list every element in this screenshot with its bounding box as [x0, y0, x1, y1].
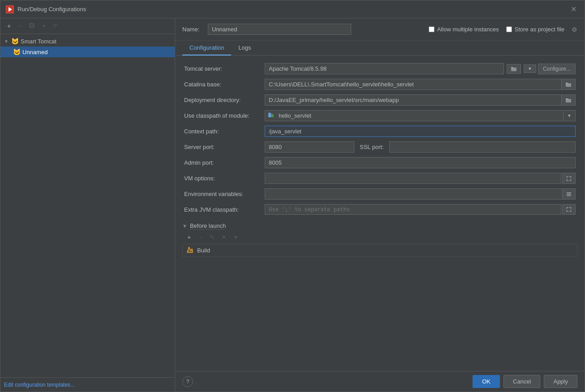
tomcat-server-label: Tomcat server: — [182, 61, 263, 77]
configure-button[interactable]: Configure... — [538, 64, 576, 74]
sidebar-item-smart-tomcat[interactable]: ▼ 🐱 Smart Tomcat — [0, 36, 175, 47]
run-debug-dialog: Run/Debug Configurations ✕ + − — [0, 0, 585, 392]
name-label: Name: — [182, 26, 202, 33]
env-vars-edit-button[interactable] — [563, 188, 576, 200]
before-launch-edit-button[interactable]: ✎ — [207, 232, 217, 242]
port-fields: SSL port: — [265, 141, 576, 153]
ok-button[interactable]: OK — [473, 375, 500, 388]
cancel-button[interactable]: Cancel — [503, 375, 540, 388]
env-vars-input[interactable] — [265, 188, 563, 200]
form-table: Tomcat server: — [182, 61, 577, 217]
server-port-label: Server port: — [182, 139, 263, 155]
title-bar: Run/Debug Configurations ✕ — [0, 0, 585, 18]
unnamed-config-icon: 🐱 — [13, 48, 21, 55]
copy-config-button[interactable] — [27, 21, 37, 31]
edit-templates-link[interactable]: Edit configuration templates... — [4, 382, 75, 388]
footer-left: ? — [182, 376, 193, 387]
extra-jvm-label: Extra JVM classpath: — [182, 202, 263, 217]
sidebar-tree: ▼ 🐱 Smart Tomcat 🐱 Unnamed — [0, 34, 175, 377]
context-path-label: Context path: — [182, 124, 263, 139]
gear-icon[interactable]: ⚙ — [572, 26, 577, 33]
config-panel: Tomcat server: — [175, 55, 585, 371]
tomcat-server-input[interactable] — [265, 63, 504, 74]
build-item: Build — [182, 244, 577, 257]
allow-multiple-label[interactable]: Allow multiple instances — [429, 26, 499, 33]
before-launch-up-button[interactable] — [219, 232, 229, 242]
catalina-base-label: Catalina base: — [182, 77, 263, 92]
sidebar-group-label: Smart Tomcat — [21, 38, 56, 45]
svg-rect-18 — [567, 194, 571, 195]
before-launch-collapse-arrow[interactable]: ▼ — [182, 223, 187, 229]
sidebar-child-label: Unnamed — [22, 49, 47, 55]
name-input[interactable] — [208, 24, 351, 35]
svg-rect-9 — [511, 68, 516, 71]
tomcat-server-row: Tomcat server: — [182, 61, 577, 77]
smart-tomcat-icon: 🐱 — [11, 38, 19, 45]
move-config-button[interactable] — [39, 21, 49, 31]
tomcat-folder-button[interactable] — [507, 64, 521, 74]
env-vars-row: Environment variables: — [182, 186, 577, 202]
remove-config-button[interactable]: − — [16, 21, 26, 31]
tab-logs[interactable]: Logs — [231, 41, 258, 55]
vm-options-row: VM options: — [182, 170, 577, 186]
classpath-dropdown-caret[interactable]: ▼ — [563, 111, 575, 120]
deployment-dir-field — [265, 94, 576, 106]
classpath-module-select[interactable]: hello_servlet ▼ — [265, 110, 576, 121]
before-launch-section: ▼ Before launch + − ✎ — [182, 222, 577, 257]
apply-button[interactable]: Apply — [544, 375, 577, 388]
svg-rect-3 — [30, 23, 33, 27]
name-row: Name: Allow multiple instances Store as … — [175, 18, 585, 41]
extra-jvm-field — [265, 204, 576, 215]
title-bar-left: Run/Debug Configurations — [6, 5, 86, 13]
tomcat-server-field: ▼ Configure... — [265, 63, 576, 74]
catalina-base-input[interactable] — [265, 79, 562, 90]
vm-options-expand-button[interactable] — [562, 173, 576, 184]
store-as-project-checkbox[interactable] — [506, 26, 512, 32]
before-launch-title[interactable]: Before launch — [190, 222, 226, 230]
deployment-dir-label: Deployment directory: — [182, 92, 263, 108]
main-content: + − — [0, 18, 585, 392]
admin-port-label: Admin port: — [182, 155, 263, 170]
env-vars-field — [265, 188, 576, 200]
extra-jvm-input[interactable] — [265, 204, 561, 215]
close-button[interactable]: ✕ — [568, 4, 579, 14]
env-vars-label: Environment variables: — [182, 186, 263, 202]
deployment-dir-folder-button[interactable] — [562, 94, 576, 106]
sidebar-footer: Edit configuration templates... — [0, 377, 175, 392]
catalina-base-row: Catalina base: — [182, 77, 577, 92]
sidebar-item-unnamed[interactable]: 🐱 Unnamed — [0, 47, 175, 57]
svg-marker-21 — [234, 236, 237, 239]
svg-rect-15 — [268, 113, 271, 117]
tabs-row: Configuration Logs — [175, 41, 585, 55]
before-launch-down-button[interactable] — [231, 232, 241, 242]
extra-jvm-expand-button[interactable] — [562, 204, 576, 215]
deployment-dir-input[interactable] — [265, 94, 562, 106]
ssl-port-input[interactable] — [389, 141, 576, 153]
svg-marker-20 — [222, 235, 226, 238]
vm-options-input[interactable] — [265, 173, 561, 184]
context-path-input[interactable] — [265, 126, 576, 137]
svg-rect-14 — [566, 98, 568, 99]
catalina-base-folder-button[interactable] — [562, 79, 576, 90]
build-icon — [186, 246, 194, 255]
before-launch-toolbar: + − ✎ — [182, 232, 577, 242]
extra-jvm-row: Extra JVM classpath: — [182, 202, 577, 217]
ssl-port-label: SSL port: — [360, 144, 384, 150]
add-config-button[interactable]: + — [4, 21, 14, 31]
svg-rect-11 — [566, 83, 571, 87]
sort-config-button[interactable] — [51, 21, 60, 31]
tomcat-dropdown-button[interactable]: ▼ — [524, 64, 536, 73]
svg-rect-19 — [567, 195, 571, 196]
before-launch-add-button[interactable]: + — [184, 232, 194, 242]
store-as-project-label[interactable]: Store as project file — [506, 26, 564, 33]
server-port-input[interactable] — [265, 141, 354, 153]
tab-configuration[interactable]: Configuration — [182, 41, 231, 55]
allow-multiple-checkbox[interactable] — [429, 26, 434, 32]
help-button[interactable]: ? — [182, 376, 193, 387]
vm-options-label: VM options: — [182, 170, 263, 186]
context-path-row: Context path: — [182, 124, 577, 139]
right-panel: Name: Allow multiple instances Store as … — [175, 18, 585, 392]
before-launch-remove-button[interactable]: − — [196, 232, 206, 242]
svg-rect-17 — [567, 192, 571, 193]
admin-port-input[interactable] — [265, 157, 576, 168]
